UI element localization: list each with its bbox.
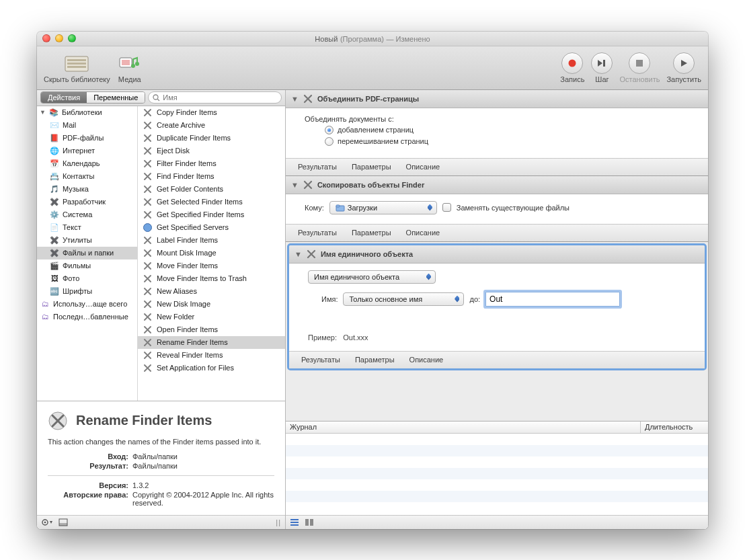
action-info-panel: Rename Finder Items This action changes … [37,401,285,515]
tree-item[interactable]: ✖️Файлы и папки [37,247,137,259]
tree-item[interactable]: 🎬Фильмы [37,259,137,272]
run-button[interactable]: Запустить [666,52,701,83]
action-list-item[interactable]: Mount Disk Image [138,247,285,259]
footer-desc[interactable]: Описание [406,163,440,171]
record-button[interactable]: Запись [560,52,584,83]
tree-item[interactable]: 📄Текст [37,221,137,234]
log-view-button[interactable] [305,518,314,526]
workflow-scroll[interactable]: ▼ Объединить PDF-страницы Объединять док… [286,90,708,421]
footer-results[interactable]: Результаты [301,356,340,364]
zoom-window-button[interactable] [68,34,76,42]
collapse-info-button[interactable] [58,518,68,526]
search-field[interactable] [148,91,282,104]
journal-header: Журнал Длительность [286,422,708,434]
footer-params[interactable]: Параметры [352,163,391,171]
action-list-item[interactable]: Get Specified Servers [138,221,285,234]
action-list-item[interactable]: Set Application for Files [138,362,285,374]
action-list-item[interactable]: Rename Finder Items [138,336,285,349]
info-copyright-value: Copyright © 2004-2012 Apple Inc. All rig… [132,491,274,507]
footer-params[interactable]: Параметры [355,356,395,364]
action-list-item[interactable]: Reveal Finder Items [138,349,285,362]
stop-button[interactable]: Остановить [619,52,660,83]
wf-header[interactable]: ▼ Объединить PDF-страницы [286,90,708,108]
action-list-item[interactable]: Find Finder Items [138,170,285,183]
wf-header[interactable]: ▼ Скопировать объекты Finder [286,176,708,194]
tree-smart-folder[interactable]: 🗂Использу…аще всего [37,298,137,311]
tree-item[interactable]: 📇Контакты [37,170,137,183]
toolbar: Скрыть библиотеку Медиа Запись [37,46,708,90]
tree-root[interactable]: ▼ 📚Библиотеки [37,106,137,119]
copy-to-label: Кому: [305,204,324,212]
search-input[interactable] [163,93,277,102]
svg-point-60 [44,521,46,523]
info-title: Rename Finder Items [76,413,212,428]
run-icon [673,52,695,74]
tree-item[interactable]: ✉️Mail [37,119,137,132]
radio-append[interactable] [325,126,334,134]
step-button[interactable]: Шаг [591,52,613,83]
tree-smart-folder[interactable]: 🗂Последн…бавленные [37,311,137,323]
action-list-item[interactable]: Open Finder Items [138,323,285,336]
list-view-button[interactable] [290,518,299,526]
footer-desc[interactable]: Описание [409,356,444,364]
replace-checkbox[interactable] [442,203,451,212]
tree-item[interactable]: ⚙️Система [37,208,137,221]
automator-cross-icon [142,235,153,245]
close-window-button[interactable] [42,34,50,42]
svg-rect-76 [310,519,313,526]
action-list-item[interactable]: Move Finder Items [138,259,285,272]
category-tree[interactable]: ▼ 📚Библиотеки ✉️Mail 📕PDF-файлы 🌐Интерне… [37,106,138,401]
action-label: Get Selected Finder Items [157,198,243,206]
tree-item[interactable]: 📅Календарь [37,157,137,170]
svg-rect-63 [59,523,67,526]
tree-item[interactable]: 🎵Музыка [37,183,137,196]
gear-menu-button[interactable] [41,518,53,526]
action-list-item[interactable]: Label Finder Items [138,234,285,247]
action-list-item[interactable]: New Folder [138,311,285,323]
tree-item[interactable]: ✖️Разработчик [37,196,137,208]
radio-shuffle-label: перемешиванием страниц [338,137,428,145]
tree-item[interactable]: 🖼Фото [37,272,137,285]
footer-results[interactable]: Результаты [298,229,337,237]
rename-scope-select[interactable]: Только основное имя [343,292,464,306]
journal-col-duration[interactable]: Длительность [641,422,708,433]
minimize-window-button[interactable] [55,34,63,42]
action-list-item[interactable]: Filter Finder Items [138,157,285,170]
wf-header[interactable]: ▼ Имя единичного объекта [289,245,705,264]
tree-item[interactable]: 📕PDF-файлы [37,132,137,145]
action-list-item[interactable]: Get Specified Finder Items [138,208,285,221]
tree-item[interactable]: ✖️Утилиты [37,234,137,247]
action-list-item[interactable]: Move Finder Items to Trash [138,272,285,285]
replace-label: Заменять существующие файлы [457,204,570,212]
rename-value-input[interactable] [485,292,620,307]
disclosure-icon[interactable]: ▼ [291,181,299,189]
journal-col-name[interactable]: Журнал [286,422,641,433]
action-list-item[interactable]: Get Selected Finder Items [138,196,285,208]
action-list-item[interactable]: Get Folder Contents [138,183,285,196]
disclosure-icon[interactable]: ▼ [291,95,299,103]
disclosure-icon[interactable]: ▼ [295,250,302,258]
rename-mode-select[interactable]: Имя единичного объекта [308,270,436,284]
tree-item[interactable]: 🔤Шрифты [37,285,137,298]
footer-desc[interactable]: Описание [406,229,440,237]
media-button[interactable]: Медиа [117,52,143,83]
column-grip-icon[interactable]: || [276,518,281,526]
action-list[interactable]: Copy Finder Items Create Archive Duplica… [138,106,285,401]
tab-variables[interactable]: Переменные [87,92,145,103]
action-list-item[interactable]: Create Archive [138,119,285,132]
action-list-item[interactable]: Copy Finder Items [138,106,285,119]
tab-actions[interactable]: Действия [41,92,87,103]
action-list-item[interactable]: Duplicate Finder Items [138,132,285,145]
action-list-item[interactable]: Eject Disk [138,145,285,157]
footer-results[interactable]: Результаты [298,163,337,171]
footer-params[interactable]: Параметры [352,229,391,237]
action-list-item[interactable]: New Disk Image [138,298,285,311]
tree-item[interactable]: 🌐Интернет [37,145,137,157]
combine-opt-shuffle[interactable]: перемешиванием страниц [325,137,689,146]
radio-shuffle[interactable] [325,137,334,146]
info-description: This action changes the names of the Fin… [48,438,274,446]
copy-destination-select[interactable]: Загрузки [329,201,437,214]
action-list-item[interactable]: New Aliases [138,285,285,298]
combine-opt-append[interactable]: добавлением страниц [325,126,689,134]
hide-library-button[interactable]: Скрыть библиотеку [44,52,110,83]
